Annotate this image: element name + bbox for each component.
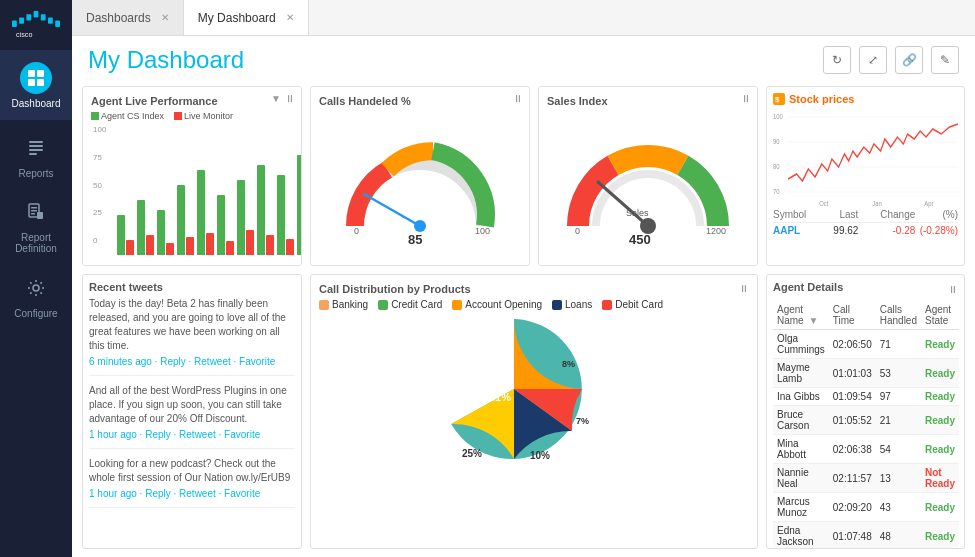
- svg-rect-6: [55, 21, 60, 27]
- agent-call-time: 02:09:20: [829, 493, 876, 522]
- agent-state: Not Ready: [921, 464, 959, 493]
- agent-name: Ina Gibbs: [773, 388, 829, 406]
- tweet-3: Looking for a new podcast? Check out the…: [89, 457, 295, 508]
- configure-icon: [20, 272, 52, 304]
- sidebar-item-dashboard-label: Dashboard: [12, 98, 61, 109]
- legend-red: Live Monitor: [184, 111, 233, 121]
- col-agent-name[interactable]: Agent Name ▼: [773, 301, 829, 330]
- sales-index-title: Sales Index: [547, 95, 749, 107]
- tab-dashboards-close[interactable]: ✕: [161, 12, 169, 23]
- svg-text:450: 450: [629, 232, 651, 246]
- tab-my-dashboard-close[interactable]: ✕: [286, 12, 294, 23]
- tweet-1: Today is the day! Beta 2 has finally bee…: [89, 297, 295, 376]
- svg-text:Sales: Sales: [626, 208, 649, 218]
- call-dist-title: Call Distribution by Products: [319, 283, 471, 295]
- agent-state: Ready: [921, 406, 959, 435]
- stock-prices-title: Stock prices: [789, 93, 854, 105]
- agent-details-menu[interactable]: ⏸: [948, 284, 958, 295]
- tab-my-dashboard[interactable]: My Dashboard ✕: [184, 0, 309, 35]
- agent-name: Mayme Lamb: [773, 359, 829, 388]
- svg-text:Jan: Jan: [872, 200, 882, 208]
- svg-text:10%: 10%: [530, 450, 550, 461]
- svg-text:0: 0: [575, 226, 580, 236]
- edit-button[interactable]: ✎: [931, 46, 959, 74]
- tweet-2-actions: 1 hour ago · Reply · Retweet · Favorite: [89, 428, 295, 442]
- calls-gauge: 0 100 85: [319, 111, 521, 251]
- tab-dashboards[interactable]: Dashboards ✕: [72, 0, 184, 35]
- recent-tweets-title: Recent tweets: [89, 281, 295, 293]
- agent-perf-chart: 1007550250: [91, 125, 293, 255]
- stock-table: Symbol Last Change (%) AAPL 99.62 -0.28 …: [773, 209, 958, 236]
- svg-text:Oct: Oct: [819, 200, 828, 208]
- calls-pause-icon[interactable]: ⏸: [513, 93, 523, 104]
- tweet-1-actions: 6 minutes ago · Reply · Retweet · Favori…: [89, 355, 295, 369]
- agent-name: Edna Jackson: [773, 522, 829, 550]
- call-dist-menu[interactable]: ⏸: [739, 283, 749, 294]
- legend-banking: Banking: [332, 299, 368, 310]
- svg-text:80: 80: [773, 163, 780, 171]
- expand-button[interactable]: ⤢: [859, 46, 887, 74]
- stock-prices-header: $ Stock prices: [773, 93, 958, 105]
- svg-text:100: 100: [773, 113, 783, 121]
- sidebar-item-dashboard[interactable]: Dashboard: [0, 50, 72, 120]
- agent-state: Ready: [921, 435, 959, 464]
- widget-recent-tweets: Recent tweets Today is the day! Beta 2 h…: [82, 274, 302, 549]
- reports-icon: [20, 132, 52, 164]
- sales-gauge: 0 1200 Sales 450: [547, 111, 749, 251]
- sidebar-item-report-definition[interactable]: Report Definition: [0, 190, 72, 260]
- agent-perf-menu: ▼ ⏸: [271, 93, 295, 104]
- agent-call-time: 02:06:50: [829, 330, 876, 359]
- col-call-time[interactable]: Call Time: [829, 301, 876, 330]
- link-button[interactable]: 🔗: [895, 46, 923, 74]
- agent-call-time: 01:09:54: [829, 388, 876, 406]
- agent-calls-handled: 71: [876, 330, 921, 359]
- sales-pause-icon[interactable]: ⏸: [741, 93, 751, 104]
- sidebar-item-reports[interactable]: Reports: [0, 120, 72, 190]
- agent-state: Ready: [921, 493, 959, 522]
- stock-chart: 100 90 80 70 Oct Jan Apr: [773, 109, 958, 209]
- filter-icon[interactable]: ▼: [271, 93, 281, 104]
- svg-rect-1: [26, 14, 31, 20]
- svg-text:100: 100: [475, 226, 490, 236]
- sidebar-item-configure[interactable]: Configure: [0, 260, 72, 330]
- agent-calls-handled: 43: [876, 493, 921, 522]
- table-row: Edna Jackson 01:07:48 48 Ready: [773, 522, 959, 550]
- widget-sales-index: Sales Index ⏸: [538, 86, 758, 266]
- sidebar-item-configure-label: Configure: [14, 308, 57, 319]
- dashboard-grid: Agent Live Performance ▼ ⏸ Agent CS Inde…: [72, 80, 975, 557]
- agent-state: Ready: [921, 522, 959, 550]
- col-agent-state[interactable]: Agent State: [921, 301, 959, 330]
- svg-rect-9: [37, 70, 44, 77]
- agent-call-time: 01:07:48: [829, 522, 876, 550]
- table-row: Mina Abbott 02:06:38 54 Ready: [773, 435, 959, 464]
- pause-icon[interactable]: ⏸: [285, 93, 295, 104]
- tab-bar: Dashboards ✕ My Dashboard ✕: [72, 0, 975, 36]
- svg-text:8%: 8%: [562, 359, 575, 369]
- cisco-logo: cisco: [0, 0, 72, 50]
- agent-calls-handled: 54: [876, 435, 921, 464]
- svg-text:Apr: Apr: [924, 200, 934, 209]
- svg-rect-12: [29, 141, 43, 143]
- widget-call-distribution: Call Distribution by Products ⏸ Banking …: [310, 274, 758, 549]
- agent-call-time: 01:01:03: [829, 359, 876, 388]
- legend-green: Agent CS Index: [101, 111, 164, 121]
- tweet-2: And all of the best WordPress Plugins in…: [89, 384, 295, 449]
- svg-rect-15: [29, 153, 37, 155]
- agent-call-time: 02:06:38: [829, 435, 876, 464]
- col-calls-handled[interactable]: Calls Handled: [876, 301, 921, 330]
- agent-name: Nannie Neal: [773, 464, 829, 493]
- refresh-button[interactable]: ↻: [823, 46, 851, 74]
- svg-text:1200: 1200: [706, 226, 726, 236]
- svg-text:70: 70: [773, 188, 780, 196]
- agent-calls-handled: 21: [876, 406, 921, 435]
- widget-calls-handled: Calls Handeled % ⏸: [310, 86, 530, 266]
- agent-details-table: Agent Name ▼ Call Time Calls Handled Age…: [773, 301, 959, 549]
- agent-name: Mina Abbott: [773, 435, 829, 464]
- svg-rect-5: [12, 21, 17, 27]
- svg-text:85: 85: [408, 232, 422, 246]
- sidebar-item-reports-label: Reports: [18, 168, 53, 179]
- agent-name: Bruce Carson: [773, 406, 829, 435]
- agent-state: Ready: [921, 359, 959, 388]
- stock-pct-aapl: (-0.28%): [915, 225, 958, 236]
- agent-calls-handled: 97: [876, 388, 921, 406]
